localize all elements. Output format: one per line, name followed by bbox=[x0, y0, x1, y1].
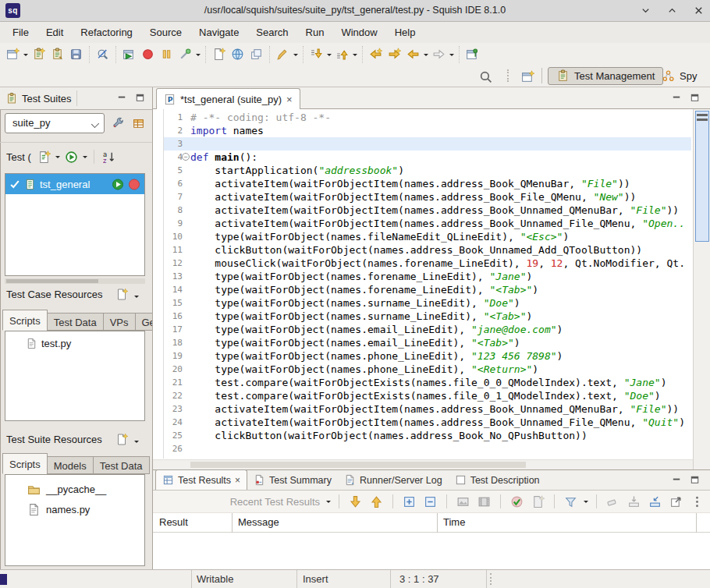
dropdown-arrow-icon[interactable] bbox=[55, 156, 60, 161]
menu-window[interactable]: Window bbox=[332, 22, 385, 43]
marker-icon[interactable] bbox=[275, 46, 291, 62]
object-spy-icon[interactable] bbox=[94, 46, 111, 62]
image-icon[interactable] bbox=[455, 494, 471, 510]
vp-ball-icon[interactable] bbox=[509, 494, 525, 510]
close-tab-icon[interactable]: × bbox=[286, 94, 293, 104]
kebab-icon[interactable] bbox=[689, 494, 705, 510]
column-header-result[interactable]: Result bbox=[159, 513, 188, 532]
close-tab-icon[interactable]: × bbox=[235, 475, 240, 486]
maximize-panel-icon[interactable] bbox=[689, 474, 701, 486]
tab-scripts[interactable]: Scripts bbox=[2, 310, 48, 331]
column-header-message[interactable]: Message bbox=[238, 513, 279, 532]
minimize-window-icon[interactable] bbox=[640, 5, 651, 16]
maximize-editor-icon[interactable] bbox=[689, 92, 701, 104]
dropdown-arrow-icon[interactable] bbox=[353, 54, 357, 58]
run-icon[interactable] bbox=[112, 178, 124, 190]
statusbar-grip[interactable] bbox=[490, 573, 492, 585]
dropdown-arrow-icon[interactable] bbox=[584, 501, 588, 505]
film-icon[interactable] bbox=[476, 494, 492, 510]
menu-run[interactable]: Run bbox=[297, 22, 333, 43]
tab-scripts[interactable]: Scripts bbox=[2, 453, 48, 474]
record-icon[interactable] bbox=[140, 46, 156, 62]
forward-star-icon[interactable] bbox=[386, 46, 403, 62]
dropdown-arrow-icon[interactable] bbox=[134, 296, 139, 300]
tab-test-results[interactable]: Test Results× bbox=[155, 469, 247, 490]
run-window-icon[interactable] bbox=[121, 46, 137, 62]
sort-alphabetical-icon[interactable]: az bbox=[101, 149, 117, 165]
record-icon[interactable] bbox=[128, 178, 140, 190]
scrollbar-thumb[interactable] bbox=[695, 111, 709, 242]
minimize-view-icon[interactable] bbox=[116, 92, 128, 104]
dropdown-arrow-icon[interactable] bbox=[83, 156, 87, 161]
tab-gest[interactable]: Gest bbox=[135, 313, 153, 331]
eraser-icon[interactable] bbox=[605, 494, 621, 510]
suite-settings-icon[interactable] bbox=[111, 116, 125, 130]
forward-gray-icon[interactable] bbox=[431, 46, 447, 62]
spy-perspective-button[interactable]: Spy bbox=[662, 67, 697, 84]
export-icon[interactable] bbox=[626, 494, 642, 510]
minimize-panel-icon[interactable] bbox=[671, 474, 683, 486]
up-list-icon[interactable] bbox=[334, 46, 350, 62]
funnel-icon[interactable] bbox=[563, 494, 579, 510]
dropdown-arrow-icon[interactable] bbox=[424, 54, 428, 58]
dropdown-arrow-icon[interactable] bbox=[293, 54, 298, 58]
browser-icon[interactable] bbox=[229, 46, 246, 62]
menu-refactoring[interactable]: Refactoring bbox=[72, 22, 140, 43]
search-icon[interactable] bbox=[477, 69, 494, 85]
run-test-case-icon[interactable] bbox=[63, 149, 80, 165]
dropdown-arrow-icon[interactable] bbox=[449, 54, 454, 58]
dropdown-arrow-icon[interactable] bbox=[326, 501, 331, 505]
open-perspective-icon[interactable] bbox=[520, 69, 536, 85]
save-icon[interactable] bbox=[68, 46, 84, 62]
down-gold-icon[interactable] bbox=[347, 494, 364, 510]
suite-select-combobox[interactable]: suite_py bbox=[5, 113, 105, 133]
external-icon[interactable] bbox=[668, 494, 684, 510]
horizontal-scrollbar[interactable] bbox=[5, 278, 145, 284]
new-test-case-icon[interactable] bbox=[36, 149, 52, 165]
pin-window-icon[interactable] bbox=[464, 46, 481, 62]
test-suites-view-tab[interactable]: Test Suites bbox=[0, 87, 77, 109]
menu-edit[interactable]: Edit bbox=[37, 22, 72, 43]
list-item[interactable]: names.py bbox=[26, 501, 144, 518]
tab-vps[interactable]: VPs bbox=[103, 313, 136, 331]
down-list-icon[interactable] bbox=[308, 46, 325, 62]
tab-test-summary[interactable]: Test Summary bbox=[247, 470, 338, 490]
dropdown-arrow-icon[interactable] bbox=[23, 54, 28, 58]
vertical-scrollbar[interactable] bbox=[693, 109, 710, 469]
menu-navigate[interactable]: Navigate bbox=[190, 22, 247, 43]
tab-test-data[interactable]: Test Data bbox=[93, 456, 150, 474]
back-star-icon[interactable] bbox=[367, 46, 384, 62]
editor-tab[interactable]: P *tst_general (suite_py) × bbox=[156, 88, 300, 110]
menu-file[interactable]: File bbox=[4, 22, 37, 43]
new-test-suite-icon[interactable] bbox=[30, 46, 47, 62]
import-blue-icon[interactable] bbox=[647, 494, 663, 510]
tab-test-data[interactable]: Test Data bbox=[47, 313, 104, 331]
dropdown-arrow-icon[interactable] bbox=[327, 54, 332, 58]
pause-icon[interactable] bbox=[158, 46, 175, 62]
close-window-icon[interactable] bbox=[693, 5, 704, 16]
menu-help[interactable]: Help bbox=[386, 22, 424, 43]
menu-search[interactable]: Search bbox=[247, 22, 296, 43]
tab-test-description[interactable]: Test Description bbox=[449, 470, 546, 490]
windows-icon[interactable] bbox=[248, 46, 264, 62]
tab-runner-server-log[interactable]: Runner/Server Log bbox=[338, 470, 449, 490]
back-icon[interactable] bbox=[405, 46, 421, 62]
list-item[interactable]: __pycache__ bbox=[26, 481, 144, 498]
checkbox-checked-icon[interactable] bbox=[9, 179, 20, 190]
test-case-row-selected[interactable]: tst_general bbox=[5, 174, 144, 194]
maximize-view-icon[interactable] bbox=[134, 92, 146, 104]
recent-test-results-label[interactable]: Recent Test Results bbox=[230, 496, 320, 508]
report-new-icon[interactable] bbox=[530, 494, 546, 510]
expand-icon[interactable] bbox=[401, 494, 417, 510]
open-test-suite-icon[interactable] bbox=[49, 46, 66, 62]
new-resource-icon[interactable] bbox=[211, 46, 227, 62]
picker-icon[interactable] bbox=[177, 46, 193, 62]
fold-collapse-icon[interactable]: − bbox=[182, 153, 190, 161]
dropdown-arrow-icon[interactable] bbox=[196, 54, 201, 58]
dropdown-arrow-icon[interactable] bbox=[134, 441, 139, 445]
suite-grid-icon[interactable] bbox=[131, 116, 145, 130]
tab-models[interactable]: Models bbox=[47, 456, 94, 474]
menu-source[interactable]: Source bbox=[141, 22, 190, 43]
list-item[interactable]: test.py bbox=[26, 338, 144, 349]
horizontal-scrollbar[interactable] bbox=[153, 459, 693, 469]
